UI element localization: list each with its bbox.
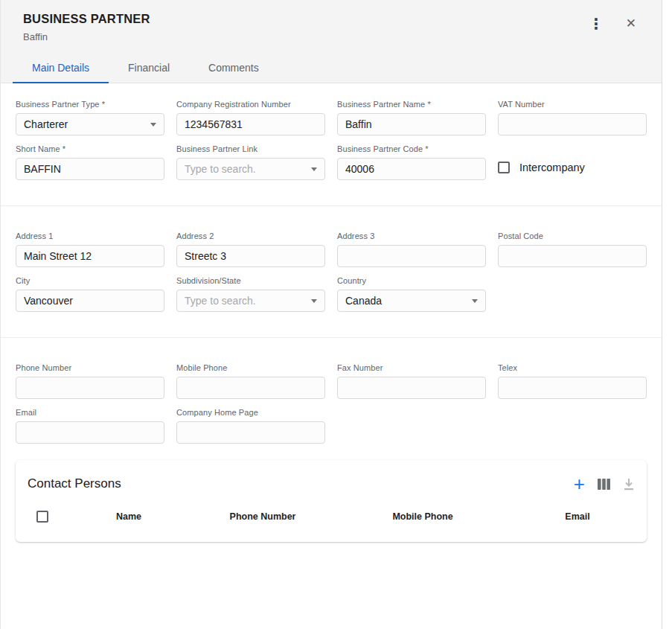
view-columns-icon[interactable] bbox=[598, 479, 610, 490]
field-label: Email bbox=[16, 408, 164, 417]
field-label: Short Name * bbox=[16, 144, 164, 153]
country-field: Country Canada bbox=[337, 276, 486, 312]
intercompany-checkbox[interactable] bbox=[498, 162, 510, 173]
business-partner-type-field: Business Partner Type * Charterer bbox=[16, 100, 164, 135]
column-header-email: Email bbox=[508, 511, 647, 522]
field-label: Country bbox=[337, 276, 486, 285]
intercompany-field: Intercompany bbox=[498, 144, 647, 180]
main-content: Business Partner Type * Charterer Compan… bbox=[1, 83, 662, 542]
tab-financial[interactable]: Financial bbox=[109, 53, 189, 83]
phone-number-input[interactable] bbox=[16, 377, 164, 399]
telex-input[interactable] bbox=[498, 377, 647, 399]
contact-persons-table-header: Name Phone Number Mobile Phone Email bbox=[16, 511, 647, 539]
address3-field: Address 3 bbox=[337, 232, 486, 267]
empty-cell bbox=[498, 408, 647, 444]
add-contact-button[interactable]: + bbox=[574, 475, 585, 493]
select-placeholder: Type to search. bbox=[185, 163, 256, 175]
dialog-header: BUSINESS PARTNER Baffin ⋮ ✕ Main Details… bbox=[1, 0, 662, 83]
fax-number-input[interactable] bbox=[337, 377, 486, 399]
field-label: Subdivision/State bbox=[176, 276, 325, 285]
chevron-down-icon bbox=[150, 123, 156, 127]
vat-number-input[interactable] bbox=[498, 113, 647, 135]
email-field: Email bbox=[16, 408, 164, 444]
field-label: Telex bbox=[498, 363, 647, 372]
subdivision-state-field: Subdivision/State Type to search. bbox=[176, 276, 325, 312]
telex-field: Telex bbox=[498, 363, 647, 399]
short-name-input[interactable] bbox=[16, 158, 164, 180]
select-placeholder: Type to search. bbox=[185, 295, 256, 307]
postal-code-input[interactable] bbox=[498, 245, 647, 267]
city-field: City bbox=[16, 276, 164, 312]
city-input[interactable] bbox=[16, 290, 164, 312]
phone-number-field: Phone Number bbox=[16, 363, 164, 399]
field-label: Address 3 bbox=[337, 232, 486, 240]
select-value: Charterer bbox=[24, 118, 68, 130]
intercompany-label: Intercompany bbox=[519, 162, 585, 173]
company-home-page-input[interactable] bbox=[176, 421, 325, 444]
contact-persons-title: Contact Persons bbox=[28, 476, 121, 491]
business-partner-dialog: BUSINESS PARTNER Baffin ⋮ ✕ Main Details… bbox=[0, 0, 662, 629]
field-label: Company Home Page bbox=[176, 408, 325, 417]
field-label: Business Partner Name * bbox=[337, 100, 486, 109]
contact-persons-card: Contact Persons + bbox=[16, 460, 647, 542]
address2-input[interactable] bbox=[176, 245, 325, 267]
field-label: Business Partner Type * bbox=[16, 100, 164, 109]
fax-number-field: Fax Number bbox=[337, 363, 486, 399]
short-name-field: Short Name * bbox=[16, 144, 164, 180]
tab-comments[interactable]: Comments bbox=[189, 53, 278, 83]
company-registration-number-field: Company Registration Number bbox=[176, 100, 325, 135]
tab-main-details[interactable]: Main Details bbox=[13, 53, 109, 83]
company-home-page-field: Company Home Page bbox=[176, 408, 325, 444]
field-label: Company Registration Number bbox=[176, 100, 325, 109]
mobile-phone-input[interactable] bbox=[176, 377, 325, 399]
column-header-phone: Phone Number bbox=[188, 511, 337, 522]
field-label: Address 1 bbox=[16, 232, 164, 240]
column-header-mobile: Mobile Phone bbox=[337, 511, 508, 522]
identity-section: Business Partner Type * Charterer Compan… bbox=[1, 100, 662, 180]
business-partner-name-input[interactable] bbox=[337, 113, 486, 135]
business-partner-link-field: Business Partner Link Type to search. bbox=[176, 144, 325, 180]
field-label: VAT Number bbox=[498, 100, 647, 109]
company-registration-number-input[interactable] bbox=[176, 113, 325, 135]
download-icon[interactable] bbox=[623, 478, 635, 491]
subdivision-state-select[interactable]: Type to search. bbox=[176, 290, 325, 312]
country-select[interactable]: Canada bbox=[337, 290, 486, 312]
more-options-icon[interactable]: ⋮ bbox=[589, 16, 604, 31]
empty-cell bbox=[498, 276, 647, 312]
field-label: Phone Number bbox=[16, 363, 164, 372]
contact-persons-actions: + bbox=[574, 475, 635, 493]
address3-input[interactable] bbox=[337, 245, 486, 267]
business-partner-name-field: Business Partner Name * bbox=[337, 100, 486, 135]
address2-field: Address 2 bbox=[176, 232, 325, 267]
field-label: Business Partner Code * bbox=[337, 144, 486, 153]
page-subtitle: Baffin bbox=[23, 31, 639, 42]
address1-field: Address 1 bbox=[16, 232, 164, 267]
empty-cell bbox=[337, 408, 486, 444]
contact-info-section: Phone Number Mobile Phone Fax Number Tel… bbox=[1, 363, 662, 444]
tabbar: Main Details Financial Comments bbox=[1, 53, 662, 83]
section-divider bbox=[1, 337, 662, 338]
business-partner-type-select[interactable]: Charterer bbox=[16, 113, 164, 135]
select-all-checkbox[interactable] bbox=[36, 511, 48, 523]
select-value: Canada bbox=[345, 295, 382, 307]
postal-code-field: Postal Code bbox=[498, 232, 647, 267]
chevron-down-icon bbox=[472, 299, 478, 303]
page-title: BUSINESS PARTNER bbox=[23, 12, 639, 26]
business-partner-code-field: Business Partner Code * bbox=[337, 144, 486, 180]
email-input[interactable] bbox=[16, 421, 164, 444]
business-partner-link-select[interactable]: Type to search. bbox=[176, 158, 325, 180]
field-label: Postal Code bbox=[498, 232, 647, 240]
vat-number-field: VAT Number bbox=[498, 100, 647, 135]
field-label: Address 2 bbox=[176, 232, 325, 240]
close-icon[interactable]: ✕ bbox=[626, 17, 636, 31]
column-header-name: Name bbox=[69, 511, 188, 522]
section-divider bbox=[1, 205, 662, 206]
field-label: Business Partner Link bbox=[176, 144, 325, 153]
field-label: Mobile Phone bbox=[176, 363, 325, 372]
business-partner-code-input[interactable] bbox=[337, 158, 486, 180]
field-label: City bbox=[16, 276, 164, 285]
address1-input[interactable] bbox=[16, 245, 164, 267]
address-section: Address 1 Address 2 Address 3 Postal Cod… bbox=[1, 232, 662, 312]
chevron-down-icon bbox=[311, 299, 317, 303]
mobile-phone-field: Mobile Phone bbox=[176, 363, 325, 399]
